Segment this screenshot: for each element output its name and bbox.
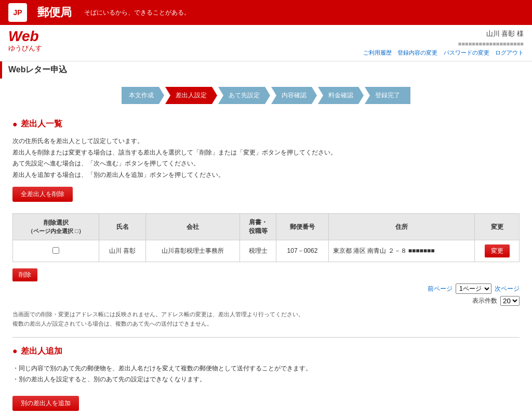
delete-button[interactable]: 削除 — [12, 268, 37, 281]
main-content: 差出人一覧 次の住所氏名を差出人として設定しています。 差出人を削除または変更す… — [0, 110, 532, 413]
step-3-atesaki[interactable]: あて先設定 — [218, 87, 270, 104]
sender-list-description: 次の住所氏名を差出人として設定しています。 差出人を削除または変更する場合は、該… — [12, 136, 520, 180]
sender-list-section: 差出人一覧 次の住所氏名を差出人として設定しています。 差出人を削除または変更す… — [12, 119, 520, 329]
count-label: 表示件数 — [472, 296, 497, 305]
step-5-ryokin[interactable]: 料金確認 — [318, 87, 364, 104]
user-name: 山川 喜彰 様 — [359, 29, 524, 38]
delete-all-button[interactable]: 全差出人を削除 — [12, 187, 73, 202]
count-select[interactable]: 20 — [500, 296, 520, 306]
row-checkbox-cell[interactable] — [13, 240, 99, 262]
col-title: 肩書・役職等 — [240, 214, 276, 240]
next-page[interactable]: 次ページ — [495, 285, 520, 293]
step-1-honbun[interactable]: 本文作成 — [122, 87, 164, 104]
edit-reg-link[interactable]: 登録内容の変更 — [397, 49, 437, 56]
yubin-logo-text: ゆうびんす — [8, 44, 42, 53]
page-title-bar: Webレター申込 — [0, 61, 532, 79]
col-zip: 郵便番号 — [276, 214, 328, 240]
col-change: 変更 — [475, 214, 520, 240]
note-2: 複数の差出人が設定されている場合は、複数のあて先への送付はできません。 — [12, 319, 520, 329]
page-title: Webレター申込 — [8, 64, 526, 75]
divider-1 — [12, 337, 520, 338]
site-header: JP 郵便局 そばにいるから、できることがある。 — [0, 0, 532, 25]
steps-container: 本文作成 差出人設定 あて先設定 内容確認 料金確認 登録完了 — [122, 87, 410, 104]
sender-list-title: 差出人一覧 — [12, 119, 520, 130]
table-row: 山川 喜彰 山川喜彰税理士事務所 税理士 107－0062 東京都 港区 南青山… — [13, 240, 520, 262]
col-name: 氏名 — [99, 214, 146, 240]
user-info-area: 山川 喜彰 様 ■■■■■■■■■■■■■■■■■■■ ご利用履歴 登録内容の変… — [359, 29, 524, 57]
web-yubin-logo: Web ゆうびんす — [8, 29, 42, 53]
table-header-row: 削除選択（ページ内全選択 □） 氏名 会社 肩書・役職等 郵便番号 住所 変更 — [13, 214, 520, 240]
jp-post-icon: JP — [8, 3, 27, 22]
note-1: 当画面での削除・変更はアドレス帳には反映されません。アドレス帳の変更は、差出人管… — [12, 310, 520, 319]
sender-table: 削除選択（ページ内全選択 □） 氏名 会社 肩書・役職等 郵便番号 住所 変更 … — [12, 213, 520, 262]
step-4-naiyokakunin[interactable]: 内容確認 — [271, 87, 317, 104]
sender-add-title: 差出人追加 — [12, 346, 520, 357]
col-select: 削除選択（ページ内全選択 □） — [13, 214, 99, 240]
sender-add-description: ・同じ内容で別のあて先の郵便物を、差出人名だけを変えて複数の郵便物として送付する… — [12, 363, 520, 385]
page-select[interactable]: 1ページ — [456, 283, 491, 294]
change-pw-link[interactable]: パスワードの変更 — [444, 49, 489, 56]
sender-notes: 当画面での削除・変更はアドレス帳には反映されません。アドレス帳の変更は、差出人管… — [12, 310, 520, 328]
pagination: 前ページ 1ページ 次ページ — [12, 283, 520, 294]
row-checkbox[interactable] — [52, 247, 59, 254]
history-link[interactable]: ご利用履歴 — [363, 49, 392, 56]
row-change-cell[interactable]: 変更 — [475, 240, 520, 262]
col-company: 会社 — [146, 214, 240, 240]
row-company: 山川喜彰税理士事務所 — [146, 240, 240, 262]
count-row: 表示件数 20 — [12, 296, 520, 306]
change-button[interactable]: 変更 — [485, 244, 510, 257]
step-navigation: 本文作成 差出人設定 あて先設定 内容確認 料金確認 登録完了 — [0, 79, 532, 110]
post-name: 郵便局 — [37, 5, 72, 20]
prev-page[interactable]: 前ページ — [428, 285, 453, 293]
logo-area: JP 郵便局 — [8, 3, 72, 22]
logout-link[interactable]: ログアウト — [495, 49, 524, 56]
step-2-sashidashinin[interactable]: 差出人設定 — [165, 87, 217, 104]
row-name: 山川 喜彰 — [99, 240, 146, 262]
header-tagline: そばにいるから、できることがある。 — [84, 8, 190, 17]
delete-row: 削除 — [12, 268, 520, 281]
step-6-torokukanryo[interactable]: 登録完了 — [365, 87, 410, 104]
web-logo-text: Web — [8, 29, 42, 44]
row-job-title: 税理士 — [240, 240, 276, 262]
sender-add-section: 差出人追加 ・同じ内容で別のあて先の郵便物を、差出人名だけを変えて複数の郵便物と… — [12, 346, 520, 411]
col-address: 住所 — [328, 214, 475, 240]
add-sender-button[interactable]: 別の差出人を追加 — [12, 396, 79, 411]
sub-header: Web ゆうびんす 山川 喜彰 様 ■■■■■■■■■■■■■■■■■■■ ご利… — [0, 25, 532, 61]
user-info-blurred: ■■■■■■■■■■■■■■■■■■■ — [359, 41, 524, 47]
row-address: 東京都 港区 南青山 ２－８ ■■■■■■■ — [328, 240, 475, 262]
row-zip: 107－0062 — [276, 240, 328, 262]
user-links[interactable]: ご利用履歴 登録内容の変更 パスワードの変更 ログアウト — [359, 49, 524, 57]
